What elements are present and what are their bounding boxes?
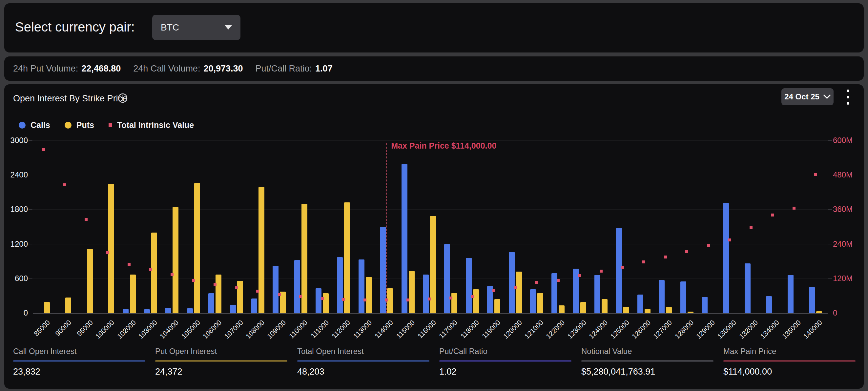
- intrinsic-value-point: [814, 173, 817, 176]
- intrinsic-value-point: [342, 298, 345, 301]
- puts-bar: [87, 249, 93, 313]
- put-call-ratio-label: Put/Call Ratio:: [255, 64, 312, 73]
- calls-bar: [423, 275, 429, 313]
- puts-bar: [237, 281, 243, 313]
- calls-bar: [187, 308, 193, 313]
- calls-bar: [316, 288, 321, 313]
- right-axis-tick-label: 360M: [833, 205, 852, 214]
- intrinsic-value-point: [256, 290, 259, 293]
- put-call-ratio-stat: Put/Call Ratio:1.07: [255, 64, 333, 74]
- intrinsic-value-point: [535, 281, 538, 284]
- summary-card-value: 24,372: [155, 367, 287, 377]
- right-axis-tick-label: 600M: [833, 136, 852, 145]
- calls-bar: [616, 228, 622, 313]
- summary-card-underline: [297, 360, 429, 361]
- intrinsic-value-point: [428, 298, 431, 300]
- calls-bar: [659, 280, 664, 313]
- intrinsic-value-point: [128, 263, 130, 266]
- left-tick-mark: [29, 175, 32, 175]
- put-volume-value: 22,468.80: [81, 64, 121, 73]
- calls-bar: [787, 275, 794, 313]
- calls-bar: [230, 305, 236, 313]
- calls-bar: [809, 287, 815, 313]
- intrinsic-value-point: [557, 279, 560, 282]
- right-tick-mark: [828, 209, 832, 210]
- intrinsic-value-point: [793, 207, 796, 210]
- calls-bar: [251, 299, 257, 313]
- left-axis-tick-label: 1800: [5, 205, 28, 214]
- left-axis-tick-label: 0: [5, 308, 28, 318]
- summary-card-value: $5,280,041,763.91: [581, 367, 713, 377]
- summary-card-notional-value: Notional Value$5,280,041,763.91: [581, 347, 713, 377]
- calls-bar: [337, 257, 343, 313]
- put-call-ratio-value: 1.07: [315, 64, 333, 73]
- intrinsic-value-point: [149, 268, 152, 271]
- summary-card-value: 23,832: [13, 367, 145, 377]
- currency-select[interactable]: BTC: [152, 15, 241, 40]
- calls-bar: [294, 260, 300, 313]
- right-axis-tick-label: 240M: [833, 239, 852, 249]
- puts-bar: [601, 299, 608, 313]
- intrinsic-value-point: [471, 295, 474, 298]
- summary-card-underline: [723, 360, 856, 361]
- calls-bar: [208, 293, 214, 313]
- calls-bar: [680, 281, 686, 313]
- puts-bar: [623, 307, 629, 313]
- intrinsic-value-point: [750, 226, 752, 229]
- page: Select currency pair: BTC 24h Put Volume…: [0, 0, 868, 391]
- intrinsic-value-point: [278, 293, 281, 296]
- intrinsic-value-point: [299, 295, 302, 298]
- currency-select-value: BTC: [161, 22, 179, 33]
- summary-card-total-open-interest: Total Open Interest48,203: [297, 347, 429, 377]
- calls-bar: [745, 263, 750, 313]
- puts-bar: [409, 271, 415, 313]
- chart-panel: Open Interest By Strike Price 24 Oct 25 …: [4, 84, 864, 389]
- calls-bar: [509, 252, 515, 313]
- puts-bar: [688, 311, 693, 313]
- right-tick-mark: [828, 313, 832, 313]
- volume-stats-card: 24h Put Volume:22,468.80 24h Call Volume…: [4, 56, 864, 81]
- calls-bar: [530, 289, 536, 313]
- puts-bar: [559, 305, 564, 313]
- gridline: [33, 175, 828, 175]
- summary-card-label: Total Open Interest: [297, 347, 429, 356]
- intrinsic-value-point: [106, 251, 109, 254]
- summary-card-max-pain-price: Max Pain Price$114,000.00: [723, 347, 856, 377]
- calls-bar: [144, 309, 150, 313]
- left-tick-mark: [29, 244, 32, 244]
- calls-bar: [402, 164, 407, 313]
- calls-bar: [123, 309, 129, 313]
- puts-bar: [108, 184, 114, 313]
- intrinsic-value-point: [321, 297, 324, 300]
- open-interest-chart: 3000600M2400480M1800360M1200240M600120M0…: [4, 84, 864, 389]
- intrinsic-value-point: [450, 297, 453, 299]
- puts-bar: [366, 277, 372, 313]
- gridline: [33, 209, 828, 210]
- puts-bar: [516, 272, 522, 313]
- puts-bar: [194, 183, 200, 313]
- intrinsic-value-point: [192, 279, 195, 282]
- calls-bar: [594, 275, 600, 313]
- left-axis-tick-label: 2400: [5, 170, 28, 179]
- puts-bar: [151, 233, 157, 313]
- intrinsic-value-point: [364, 299, 366, 301]
- calls-bar: [359, 260, 365, 313]
- calls-bar: [444, 244, 450, 313]
- left-tick-mark: [29, 313, 32, 313]
- calls-bar: [638, 295, 643, 313]
- intrinsic-value-point: [728, 238, 731, 241]
- puts-bar: [473, 289, 479, 313]
- summary-card-underline: [13, 360, 145, 361]
- summary-card-underline: [155, 360, 287, 361]
- puts-bar: [280, 292, 286, 313]
- summary-card-put-open-interest: Put Open Interest24,372: [155, 347, 287, 377]
- intrinsic-value-point: [235, 287, 238, 289]
- puts-bar: [173, 207, 179, 313]
- max-pain-label: Max Pain Price $114,000.00: [391, 141, 496, 151]
- intrinsic-value-point: [63, 183, 66, 186]
- intrinsic-value-point: [42, 148, 45, 151]
- summary-card-value: $114,000.00: [723, 367, 856, 377]
- puts-bar: [323, 293, 329, 313]
- intrinsic-value-point: [170, 273, 174, 276]
- caret-down-icon: [225, 25, 232, 30]
